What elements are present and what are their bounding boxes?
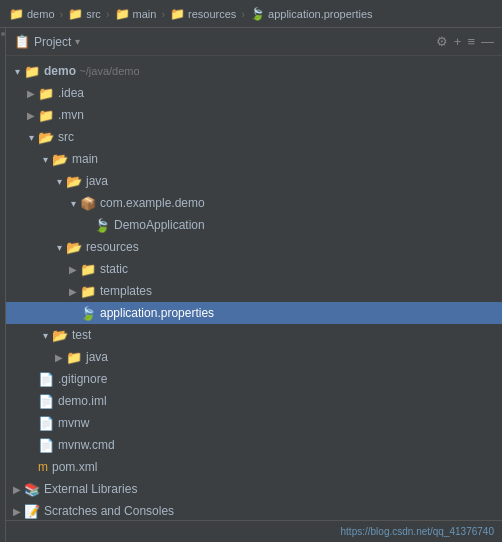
- tree-item-demo-app[interactable]: 🍃 DemoApplication: [6, 214, 502, 236]
- item-label: resources: [86, 240, 139, 254]
- breadcrumb-resources[interactable]: 📁 resources: [167, 5, 239, 23]
- item-label: .idea: [58, 86, 84, 100]
- breadcrumb-sep-4: ›: [241, 8, 245, 20]
- project-panel: 📋 Project ▾ ⚙ + ≡ — ▾ 📁 demo ~/java/demo: [6, 28, 502, 542]
- tree-item-app-props[interactable]: 🍃 application.properties: [6, 302, 502, 324]
- tree-item-external[interactable]: ▶ 📚 External Libraries: [6, 478, 502, 500]
- tree-item-demo[interactable]: ▾ 📁 demo ~/java/demo: [6, 60, 502, 82]
- item-label: com.example.demo: [100, 196, 205, 210]
- expand-arrow[interactable]: ▶: [66, 264, 80, 275]
- main-layout: 📋 Project ▾ ⚙ + ≡ — ▾ 📁 demo ~/java/demo: [0, 28, 502, 542]
- status-link[interactable]: https://blog.csdn.net/qq_41376740: [341, 526, 494, 537]
- expand-arrow[interactable]: ▶: [10, 506, 24, 517]
- expand-arrow[interactable]: ▾: [52, 242, 66, 253]
- breadcrumb-bar: 📁 demo › 📁 src › 📁 main › 📁 resources › …: [0, 0, 502, 28]
- tree-item-test-java[interactable]: ▶ 📁 java: [6, 346, 502, 368]
- project-icon: 📋: [14, 34, 30, 49]
- tree-item-resources[interactable]: ▾ 📂 resources: [6, 236, 502, 258]
- folder-icon: 📁: [115, 7, 130, 21]
- folder-icon: 📁: [68, 7, 83, 21]
- tree-item-scratches[interactable]: ▶ 📝 Scratches and Consoles: [6, 500, 502, 520]
- tree-item-gitignore[interactable]: 📄 .gitignore: [6, 368, 502, 390]
- folder-icon: 📁: [38, 86, 54, 101]
- item-label: pom.xml: [52, 460, 97, 474]
- folder-res-icon: 📂: [66, 240, 82, 255]
- breadcrumb-sep-2: ›: [106, 8, 110, 20]
- tree-item-pom[interactable]: m pom.xml: [6, 456, 502, 478]
- breadcrumb-main[interactable]: 📁 main: [112, 5, 160, 23]
- mvnw-icon: 📄: [38, 416, 54, 431]
- tree-item-src[interactable]: ▾ 📂 src: [6, 126, 502, 148]
- item-label: java: [86, 174, 108, 188]
- expand-arrow[interactable]: ▾: [24, 132, 38, 143]
- expand-arrow[interactable]: ▾: [66, 198, 80, 209]
- scratches-icon: 📝: [24, 504, 40, 519]
- item-label: DemoApplication: [114, 218, 205, 232]
- item-label: .gitignore: [58, 372, 107, 386]
- tree-item-idea[interactable]: ▶ 📁 .idea: [6, 82, 502, 104]
- xml-icon: m: [38, 460, 48, 474]
- tree-item-mvnw[interactable]: 📄 mvnw: [6, 412, 502, 434]
- tree-item-mvn[interactable]: ▶ 📁 .mvn: [6, 104, 502, 126]
- panel-title-area[interactable]: 📋 Project ▾: [14, 34, 80, 49]
- tree-item-java[interactable]: ▾ 📂 java: [6, 170, 502, 192]
- item-label: templates: [100, 284, 152, 298]
- tree-item-static[interactable]: ▶ 📁 static: [6, 258, 502, 280]
- tree-item-main[interactable]: ▾ 📂 main: [6, 148, 502, 170]
- panel-dropdown-arrow[interactable]: ▾: [75, 36, 80, 47]
- gutter-dot: [1, 32, 5, 36]
- add-icon[interactable]: +: [454, 34, 462, 49]
- folder-java-icon: 📁: [66, 350, 82, 365]
- expand-arrow[interactable]: ▾: [38, 330, 52, 341]
- folder-icon: 📂: [52, 152, 68, 167]
- expand-arrow[interactable]: ▶: [52, 352, 66, 363]
- ext-icon: 📚: [24, 482, 40, 497]
- status-bar: https://blog.csdn.net/qq_41376740: [6, 520, 502, 542]
- expand-arrow[interactable]: ▾: [10, 66, 24, 77]
- gitignore-icon: 📄: [38, 372, 54, 387]
- breadcrumb-props[interactable]: 🍃 application.properties: [247, 5, 376, 23]
- folder-icon: 📁: [24, 64, 40, 79]
- tree-item-mvnw-cmd[interactable]: 📄 mvnw.cmd: [6, 434, 502, 456]
- folder-icon: 📂: [38, 130, 54, 145]
- folder-icon: 📁: [38, 108, 54, 123]
- menu-icon[interactable]: ≡: [467, 34, 475, 49]
- item-label: test: [72, 328, 91, 342]
- iml-icon: 📄: [38, 394, 54, 409]
- item-label: src: [58, 130, 74, 144]
- panel-header: 📋 Project ▾ ⚙ + ≡ —: [6, 28, 502, 56]
- tree-item-package[interactable]: ▾ 📦 com.example.demo: [6, 192, 502, 214]
- expand-arrow[interactable]: ▶: [66, 286, 80, 297]
- file-tree: ▾ 📁 demo ~/java/demo ▶ 📁 .idea ▶ 📁 .mvn: [6, 56, 502, 520]
- breadcrumb-demo[interactable]: 📁 demo: [6, 5, 58, 23]
- item-label: .mvn: [58, 108, 84, 122]
- spring-icon: 🍃: [250, 7, 265, 21]
- folder-icon: 📁: [80, 262, 96, 277]
- breadcrumb-src[interactable]: 📁 src: [65, 5, 104, 23]
- item-label: mvnw: [58, 416, 89, 430]
- item-label: Scratches and Consoles: [44, 504, 174, 518]
- expand-arrow[interactable]: ▾: [52, 176, 66, 187]
- item-label: main: [72, 152, 98, 166]
- breadcrumb-sep-3: ›: [161, 8, 165, 20]
- item-label: static: [100, 262, 128, 276]
- expand-arrow[interactable]: ▶: [24, 110, 38, 121]
- panel-actions: ⚙ + ≡ —: [436, 34, 494, 49]
- settings-icon[interactable]: ⚙: [436, 34, 448, 49]
- mvnw-cmd-icon: 📄: [38, 438, 54, 453]
- item-label: java: [86, 350, 108, 364]
- expand-arrow[interactable]: ▶: [24, 88, 38, 99]
- folder-icon: 📂: [52, 328, 68, 343]
- panel-title: Project: [34, 35, 71, 49]
- tree-item-iml[interactable]: 📄 demo.iml: [6, 390, 502, 412]
- tree-item-test[interactable]: ▾ 📂 test: [6, 324, 502, 346]
- expand-arrow[interactable]: ▾: [38, 154, 52, 165]
- collapse-icon[interactable]: —: [481, 34, 494, 49]
- folder-icon: 📁: [9, 7, 24, 21]
- breadcrumb-sep-1: ›: [60, 8, 64, 20]
- tree-item-templates[interactable]: ▶ 📁 templates: [6, 280, 502, 302]
- item-label: External Libraries: [44, 482, 137, 496]
- item-label: demo.iml: [58, 394, 107, 408]
- folder-java-icon: 📂: [66, 174, 82, 189]
- expand-arrow[interactable]: ▶: [10, 484, 24, 495]
